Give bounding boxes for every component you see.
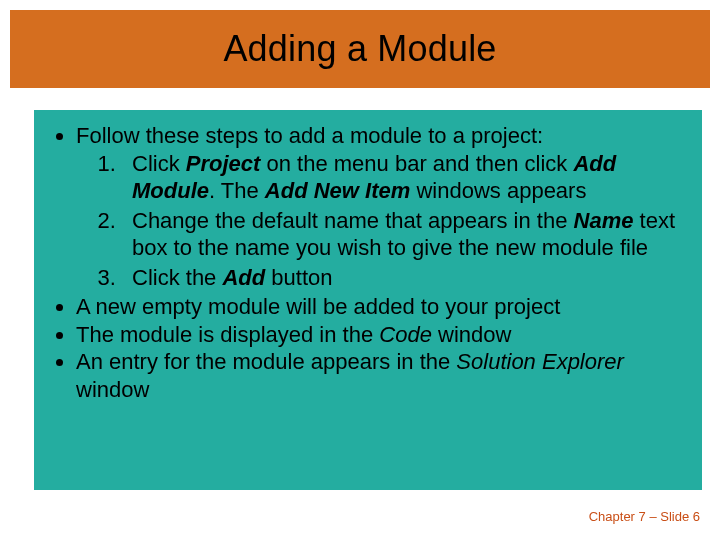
step-1-add-new-item: Add New Item [265,178,410,203]
bullet-after-2: The module is displayed in the Code wind… [76,321,684,349]
step-2: Change the default name that appears in … [122,207,684,262]
slide-footer: Chapter 7 – Slide 6 [589,509,700,524]
step-1-text-e: . The [209,178,265,203]
steps-list: Click Project on the menu bar and then c… [76,150,684,292]
slide-title: Adding a Module [223,28,496,70]
bullet-after-2-a: The module is displayed in the [76,322,379,347]
step-2-text-a: Change the default name that appears in … [132,208,574,233]
step-3-text-a: Click the [132,265,222,290]
step-1-text-c: on the menu bar and then click [260,151,573,176]
bullet-after-3-c: window [76,377,149,402]
bullet-after-1: A new empty module will be added to your… [76,293,684,321]
step-3: Click the Add button [122,264,684,292]
step-1-project: Project [186,151,261,176]
step-3-add: Add [222,265,265,290]
slide: Adding a Module Follow these steps to ad… [0,0,720,540]
bullet-intro-text: Follow these steps to add a module to a … [76,123,543,148]
step-3-text-c: button [265,265,332,290]
bullet-after-3-a: An entry for the module appears in the [76,349,456,374]
step-2-name: Name [574,208,634,233]
bullet-after-2-code: Code [379,322,432,347]
bullet-list: Follow these steps to add a module to a … [48,122,684,403]
bullet-after-3: An entry for the module appears in the S… [76,348,684,403]
bullet-after-1-text: A new empty module will be added to your… [76,294,560,319]
title-band: Adding a Module [10,10,710,88]
content-panel: Follow these steps to add a module to a … [34,110,702,490]
bullet-intro: Follow these steps to add a module to a … [76,122,684,291]
step-1: Click Project on the menu bar and then c… [122,150,684,205]
step-1-text-g: windows appears [410,178,586,203]
bullet-after-2-c: window [432,322,511,347]
bullet-after-3-se: Solution Explorer [456,349,624,374]
step-1-text-a: Click [132,151,186,176]
